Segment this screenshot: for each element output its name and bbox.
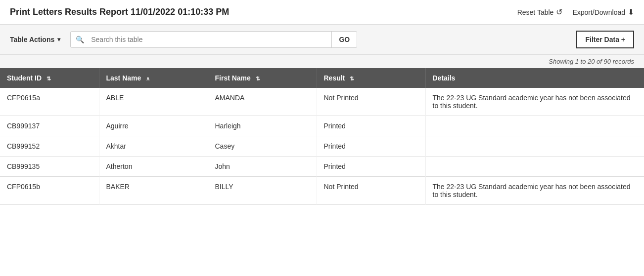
export-download-button[interactable]: Export/Download ⬇	[572, 7, 634, 17]
table-row: CFP0615aABLEAMANDANot PrintedThe 22-23 U…	[0, 88, 644, 116]
cell-student_id: CB999152	[0, 136, 99, 157]
cell-result: Not Printed	[317, 177, 425, 205]
col-header-details: Details	[425, 68, 644, 88]
table-row: CB999137AguirreHarleighPrinted	[0, 116, 644, 136]
toolbar: Table Actions ▾ 🔍 GO Filter Data +	[0, 25, 644, 55]
cell-details	[425, 157, 644, 177]
cell-last_name: Aguirre	[99, 116, 208, 136]
table-header: Student ID ⇅ Last Name ∧ First Name ⇅ Re…	[0, 68, 644, 88]
cell-result: Printed	[317, 116, 425, 136]
search-input[interactable]	[89, 32, 331, 47]
chevron-down-icon: ▾	[57, 36, 60, 43]
sort-icon-last-name: ∧	[146, 76, 150, 81]
cell-first_name: Casey	[208, 136, 317, 157]
col-header-result[interactable]: Result ⇅	[317, 68, 425, 88]
page-title: Print Letters Results Report 11/01/2022 …	[10, 7, 229, 17]
download-icon: ⬇	[628, 7, 634, 17]
export-download-label: Export/Download	[572, 8, 625, 16]
col-header-first-name[interactable]: First Name ⇅	[208, 68, 317, 88]
col-header-last-name[interactable]: Last Name ∧	[99, 68, 208, 88]
table-row: CB999135AthertonJohnPrinted	[0, 157, 644, 177]
reset-table-button[interactable]: Reset Table ↺	[517, 7, 563, 17]
page-container: Print Letters Results Report 11/01/2022 …	[0, 0, 644, 276]
sort-icon-result: ⇅	[350, 76, 354, 81]
cell-last_name: ABLE	[99, 88, 208, 116]
filter-data-button[interactable]: Filter Data +	[576, 31, 634, 48]
cell-result: Printed	[317, 136, 425, 157]
table-row: CB999152AkhtarCaseyPrinted	[0, 136, 644, 157]
cell-first_name: BILLY	[208, 177, 317, 205]
table-actions-button[interactable]: Table Actions ▾	[10, 34, 60, 45]
cell-details	[425, 116, 644, 136]
search-container: 🔍 GO	[70, 31, 357, 48]
cell-student_id: CB999137	[0, 116, 99, 136]
table-body: CFP0615aABLEAMANDANot PrintedThe 22-23 U…	[0, 88, 644, 205]
search-icon: 🔍	[71, 32, 89, 47]
cell-result: Not Printed	[317, 88, 425, 116]
table-actions-label: Table Actions	[10, 36, 54, 43]
cell-student_id: CB999135	[0, 157, 99, 177]
cell-last_name: BAKER	[99, 177, 208, 205]
page-header: Print Letters Results Report 11/01/2022 …	[0, 0, 644, 25]
data-table: Student ID ⇅ Last Name ∧ First Name ⇅ Re…	[0, 68, 644, 205]
sort-icon-first-name: ⇅	[256, 76, 260, 81]
cell-last_name: Akhtar	[99, 136, 208, 157]
cell-details: The 22-23 UG Standard academic year has …	[425, 177, 644, 205]
cell-first_name: Harleigh	[208, 116, 317, 136]
cell-last_name: Atherton	[99, 157, 208, 177]
cell-student_id: CFP0615b	[0, 177, 99, 205]
cell-result: Printed	[317, 157, 425, 177]
reset-table-label: Reset Table	[517, 8, 554, 16]
go-button[interactable]: GO	[331, 32, 357, 47]
header-actions: Reset Table ↺ Export/Download ⬇	[517, 7, 634, 17]
sort-icon-student-id: ⇅	[46, 76, 51, 81]
cell-details: The 22-23 UG Standard academic year has …	[425, 88, 644, 116]
col-header-student-id[interactable]: Student ID ⇅	[0, 68, 99, 88]
records-info: Showing 1 to 20 of 90 records	[0, 55, 644, 68]
cell-student_id: CFP0615a	[0, 88, 99, 116]
cell-details	[425, 136, 644, 157]
cell-first_name: John	[208, 157, 317, 177]
reset-icon: ↺	[556, 7, 562, 17]
cell-first_name: AMANDA	[208, 88, 317, 116]
table-row: CFP0615bBAKERBILLYNot PrintedThe 22-23 U…	[0, 177, 644, 205]
